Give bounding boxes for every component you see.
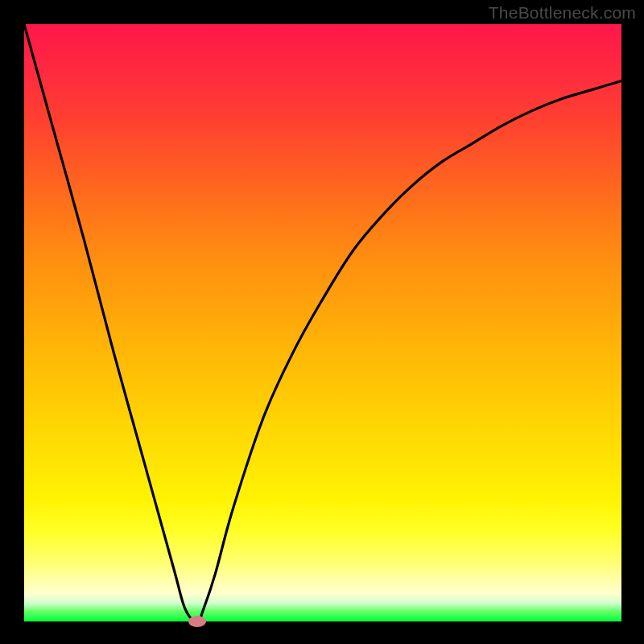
chart-frame: TheBottleneck.com: [0, 0, 644, 644]
attribution-label: TheBottleneck.com: [489, 3, 636, 23]
plot-area: [24, 24, 621, 621]
curve-svg: [24, 24, 621, 621]
bottleneck-marker: [188, 616, 206, 627]
bottleneck-curve: [24, 24, 621, 621]
